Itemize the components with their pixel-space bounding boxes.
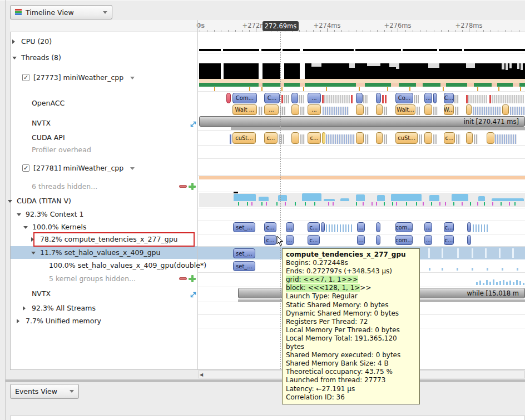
cuda-occupancy-bump [278,195,287,201]
openacc-wait-event[interactable] [510,107,525,115]
cuda-api-event[interactable]: cuSt... [232,132,256,144]
openacc-launch-event[interactable] [433,93,437,103]
scroll-left-arrow-icon[interactable]: ◀ [200,372,203,377]
cuda-api-event[interactable] [300,134,305,144]
openacc-launch-event[interactable] [281,95,283,103]
kernels-all-event[interactable] [326,224,353,232]
openacc-launch-event[interactable]: Com... [232,93,257,103]
kernels-set-halo-double-event[interactable]: set_... [233,261,255,271]
cuda-api-event[interactable] [424,132,432,144]
cuda-api-event[interactable]: cuSt... [395,132,418,144]
openacc-launch-event[interactable] [356,93,363,103]
cuda-api-event[interactable] [384,134,387,144]
openacc-wait-event[interactable] [417,107,420,115]
openacc-launch-event[interactable] [385,95,387,103]
kernels-compute-tendencies-event[interactable]: ... [357,235,365,245]
openacc-wait-event[interactable] [291,104,299,115]
openacc-launch-event[interactable] [299,95,304,103]
openacc-launch-event[interactable] [468,95,487,103]
openacc-launch-event[interactable] [322,95,324,103]
cuda-api-event[interactable] [466,132,473,144]
openacc-wait-event[interactable] [424,104,432,115]
cuda-api-event[interactable]: c... [264,132,278,144]
nvtx-thread-range[interactable]: init [270.471 ms] [199,116,525,127]
cuda-api-event[interactable] [419,134,422,144]
kernels-all-event[interactable]: c... [444,222,454,232]
openacc-launch-event[interactable] [454,95,459,103]
openacc-wait-event[interactable] [323,107,349,115]
cuda-api-event[interactable] [456,134,460,144]
openacc-launch-event[interactable] [363,95,368,103]
openacc-launch-event[interactable] [291,93,298,103]
cuda-api-event[interactable] [326,134,355,144]
kernels-compute-tendencies-event[interactable] [376,235,380,245]
openacc-wait-event[interactable]: Wait... [395,104,415,115]
openacc-launch-event[interactable]: C... [444,93,454,103]
cuda-api-event[interactable] [433,134,437,144]
openacc-wait-event[interactable] [473,107,501,115]
openacc-launch-event[interactable] [226,93,231,103]
kernels-all-event[interactable]: c... [308,222,320,232]
openacc-launch-event[interactable] [414,95,419,103]
openacc-launch-event[interactable] [466,95,468,103]
events-view-selector[interactable]: Events View [10,384,79,399]
openacc-wait-event[interactable] [300,107,305,115]
cuda-api-event[interactable] [279,134,284,144]
openacc-wait-event[interactable] [433,107,438,115]
cuda-api-event[interactable] [322,132,325,144]
openacc-wait-event[interactable] [466,104,472,115]
openacc-launch-event[interactable] [351,95,353,103]
openacc-launch-event[interactable] [284,95,289,103]
kernels-all-event[interactable] [321,222,325,232]
kernels-all-event[interactable] [467,222,471,232]
thread-usage-notch [521,63,523,70]
openacc-wait-event[interactable] [259,107,263,115]
kernels-all-event[interactable]: ... [424,222,432,232]
cuda-api-event[interactable]: c... [444,132,455,144]
openacc-wait-event[interactable]: ... [308,104,321,115]
kernels-compute-tendencies-event[interactable]: c... [308,235,320,245]
openacc-wait-event[interactable] [455,107,459,115]
cuda-api-event[interactable] [291,132,299,144]
openacc-wait-event[interactable] [365,107,369,115]
kernels-compute-tendencies-event[interactable]: c... [444,235,454,245]
kernels-set-halo-event[interactable]: set_... [233,248,255,258]
openacc-launch-event[interactable]: ... [424,93,432,103]
cuda-api-event[interactable]: c... [308,132,321,144]
panel-divider[interactable] [6,379,525,382]
openacc-launch-event[interactable]: ... [308,93,321,103]
kernels-compute-tendencies-event[interactable]: ... [286,235,294,245]
openacc-launch-event[interactable]: Co... [395,93,413,103]
openacc-wait-event[interactable]: ... [264,104,279,115]
kernels-all-event[interactable]: set_... [233,222,255,232]
kernels-all-event[interactable] [376,222,380,232]
openacc-wait-event[interactable]: Wait ... [232,104,257,115]
kernels-compute-tendencies-event[interactable]: c... [264,235,276,245]
cuda-api-event[interactable] [487,132,494,144]
cuda-api-event[interactable] [495,134,517,144]
kernels-compute-tendencies-event[interactable]: com... [395,235,413,245]
openacc-wait-event[interactable] [502,104,509,115]
kernels-all-event[interactable]: com... [395,222,413,232]
kernels-all-event[interactable]: ... [286,222,294,232]
cuda-api-event[interactable] [376,132,383,144]
openacc-wait-event[interactable]: W... [444,104,454,115]
openacc-wait-event[interactable] [356,104,364,115]
openacc-launch-event[interactable] [382,95,384,103]
kernels-all-event[interactable]: c... [264,222,276,232]
openacc-launch-event[interactable] [489,95,491,103]
cuda-api-event[interactable] [474,134,478,144]
kernels-all-event[interactable] [473,224,488,232]
cuda-api-event[interactable] [365,134,369,144]
cuda-api-event[interactable] [230,134,231,144]
openacc-wait-event[interactable] [384,107,387,115]
openacc-launch-event[interactable] [492,95,524,103]
openacc-launch-event[interactable] [376,93,381,103]
kernels-compute-tendencies-event[interactable]: ... [424,235,432,245]
kernels-compute-tendencies-event[interactable] [467,235,471,245]
openacc-launch-event[interactable] [324,95,350,103]
kernels-all-event[interactable]: ... [357,222,365,232]
openacc-wait-event[interactable] [376,104,383,115]
cuda-api-event[interactable] [356,132,364,144]
openacc-launch-event[interactable]: C... [264,93,280,103]
